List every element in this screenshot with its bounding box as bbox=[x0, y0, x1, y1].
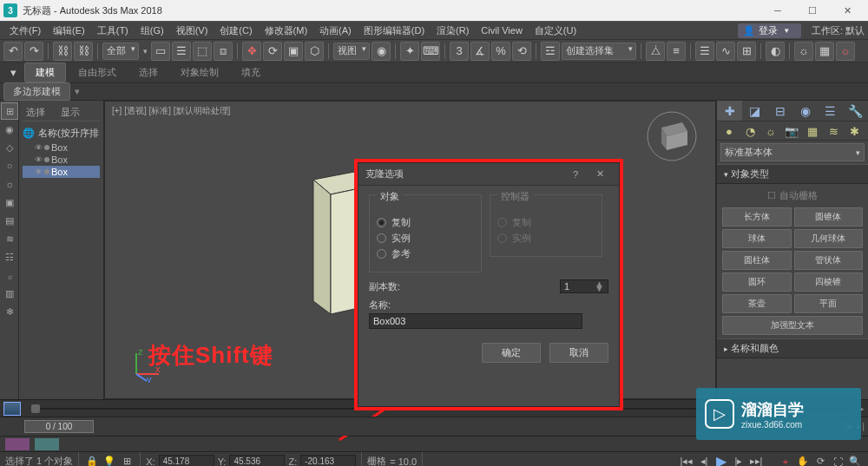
mirror-button[interactable]: ⧊ bbox=[646, 42, 665, 61]
isolate-button[interactable]: 💡 bbox=[102, 454, 117, 467]
prev-frame-button[interactable]: ◂| bbox=[696, 454, 712, 467]
select-object-button[interactable]: ▭ bbox=[151, 42, 170, 61]
dialog-close-button[interactable]: ✕ bbox=[588, 168, 612, 180]
next-frame-button[interactable]: |▸ bbox=[731, 454, 746, 467]
visibility-icon[interactable]: 👁 bbox=[35, 167, 43, 176]
placement-button[interactable]: ⬡ bbox=[305, 42, 324, 61]
scene-item[interactable]: 👁 Box bbox=[23, 154, 100, 166]
absolute-mode-button[interactable]: ⊞ bbox=[119, 454, 135, 467]
auto-grid-checkbox[interactable]: ☐ 自动栅格 bbox=[722, 187, 863, 207]
key-marker[interactable] bbox=[5, 438, 30, 450]
close-button[interactable]: ✕ bbox=[830, 0, 865, 21]
rollout-name-and-color[interactable]: 名称和颜色 bbox=[717, 338, 868, 358]
menu-tools[interactable]: 工具(T) bbox=[91, 23, 135, 39]
workspace-selector[interactable]: 工作区: 默认 bbox=[812, 24, 865, 37]
cancel-button[interactable]: 取消 bbox=[549, 343, 608, 363]
scale-button[interactable]: ▣ bbox=[284, 42, 303, 61]
viewport-label[interactable]: [+] [透视] [标准] [默认明暗处理] bbox=[112, 105, 230, 117]
menu-group[interactable]: 组(G) bbox=[135, 23, 170, 39]
ribbon-toggle-button[interactable]: ▾ bbox=[3, 63, 23, 82]
keyboard-shortcut-button[interactable]: ⌨ bbox=[421, 42, 440, 61]
maximize-button[interactable]: ☐ bbox=[795, 0, 830, 21]
freeze-icon[interactable] bbox=[44, 157, 49, 162]
menu-render[interactable]: 渲染(R) bbox=[431, 23, 475, 39]
menu-modifiers[interactable]: 修改器(M) bbox=[259, 23, 314, 39]
minimize-button[interactable]: ─ bbox=[760, 0, 795, 21]
tab-display[interactable]: ☰ bbox=[818, 101, 843, 121]
login-button[interactable]: 👤登录▾ bbox=[738, 23, 801, 38]
systems-icon[interactable]: ✱ bbox=[845, 123, 863, 139]
freeze-icon[interactable] bbox=[44, 145, 49, 150]
primitive-plane[interactable]: 平面 bbox=[794, 294, 864, 313]
select-by-name-button[interactable]: ☰ bbox=[172, 42, 191, 61]
select-region-button[interactable]: ⬚ bbox=[193, 42, 212, 61]
radio-copy[interactable]: 复制 bbox=[377, 216, 474, 229]
key-marker[interactable] bbox=[35, 438, 59, 450]
freeze-icon[interactable] bbox=[44, 169, 49, 174]
tab-modify[interactable]: ◪ bbox=[742, 101, 767, 121]
tab-motion[interactable]: ◉ bbox=[792, 101, 818, 121]
spinner-snap-button[interactable]: ⟲ bbox=[512, 42, 531, 61]
scene-item-selected[interactable]: 👁 Box bbox=[23, 166, 100, 178]
primitive-cylinder[interactable]: 圆柱体 bbox=[722, 251, 792, 270]
scene-item[interactable]: 👁 Box bbox=[23, 141, 100, 154]
play-button[interactable]: ▶ bbox=[713, 454, 729, 467]
lights-icon[interactable]: ☼ bbox=[762, 123, 779, 139]
render-frame-button[interactable]: ▦ bbox=[815, 42, 834, 61]
primitive-sphere[interactable]: 球体 bbox=[722, 229, 792, 248]
scene-tab-select[interactable]: 选择 bbox=[26, 106, 45, 119]
pan-button[interactable]: ✋ bbox=[795, 454, 811, 467]
named-selection-select[interactable]: 创建选择集 bbox=[562, 43, 636, 60]
coord-y-input[interactable]: 45.536 bbox=[229, 455, 285, 466]
viewport-perspective[interactable]: [+] [透视] [标准] [默认明暗处理] z x y 按住Shift键 bbox=[104, 101, 716, 399]
helpers-filter-icon[interactable]: ▤ bbox=[1, 212, 18, 229]
dialog-titlebar[interactable]: 克隆选项 ? ✕ bbox=[358, 163, 619, 186]
edit-sel-set-button[interactable]: ☲ bbox=[541, 42, 560, 61]
layer-explorer-button[interactable]: ☰ bbox=[695, 42, 714, 61]
snap-toggle-button[interactable]: 3 bbox=[450, 42, 469, 61]
spacewarps-icon[interactable]: ≋ bbox=[825, 123, 842, 139]
zoom-extents-button[interactable]: ⛶ bbox=[830, 454, 845, 467]
geometry-filter-icon[interactable]: ◇ bbox=[1, 139, 18, 156]
subtab-poly-modeling[interactable]: 多边形建模 bbox=[3, 82, 70, 101]
tab-create[interactable]: ✚ bbox=[717, 101, 742, 121]
goto-start-button[interactable]: |◂◂ bbox=[679, 454, 694, 467]
primitive-box[interactable]: 长方体 bbox=[722, 207, 792, 226]
undo-button[interactable]: ↶ bbox=[3, 42, 23, 61]
goto-end-button[interactable]: ▸▸| bbox=[748, 454, 764, 467]
groups-filter-icon[interactable]: ☷ bbox=[1, 248, 18, 266]
primitive-textplus[interactable]: 加强型文本 bbox=[722, 316, 863, 335]
reference-coord-select[interactable]: 视图 bbox=[333, 43, 370, 60]
menu-graph-editors[interactable]: 图形编辑器(D) bbox=[358, 23, 431, 39]
move-button[interactable]: ✥ bbox=[242, 42, 261, 61]
material-editor-button[interactable]: ◐ bbox=[766, 42, 785, 61]
subtab-expand-icon[interactable]: ▾ bbox=[70, 86, 84, 97]
render-setup-button[interactable]: ☼ bbox=[794, 42, 813, 61]
align-button[interactable]: ≡ bbox=[667, 42, 686, 61]
menu-edit[interactable]: 编辑(E) bbox=[47, 23, 91, 39]
primitive-geosphere[interactable]: 几何球体 bbox=[794, 229, 864, 248]
set-key-button[interactable]: + bbox=[778, 454, 793, 467]
cameras-filter-icon[interactable]: ▣ bbox=[1, 194, 18, 211]
visibility-icon[interactable]: 👁 bbox=[35, 155, 43, 164]
name-input[interactable]: Box003 bbox=[369, 313, 582, 329]
use-center-button[interactable]: ◉ bbox=[372, 42, 391, 61]
tab-freeform[interactable]: 自由形式 bbox=[68, 63, 127, 82]
zoom-button[interactable]: 🔍 bbox=[847, 454, 863, 467]
tab-selection[interactable]: 选择 bbox=[128, 63, 168, 82]
primitive-cone[interactable]: 圆锥体 bbox=[794, 207, 864, 226]
scene-tab-display[interactable]: 显示 bbox=[61, 106, 80, 119]
time-scrubber[interactable]: 0 / 100 bbox=[24, 420, 94, 433]
viewcube[interactable] bbox=[646, 110, 698, 162]
menu-file[interactable]: 文件(F) bbox=[3, 23, 47, 39]
redo-button[interactable]: ↷ bbox=[24, 42, 43, 61]
shapes-icon[interactable]: ◔ bbox=[741, 123, 759, 139]
menu-animation[interactable]: 动画(A) bbox=[313, 23, 358, 39]
geometry-icon[interactable]: ● bbox=[720, 123, 738, 139]
window-crossing-button[interactable]: ⧈ bbox=[214, 42, 233, 61]
menu-civil-view[interactable]: Civil View bbox=[475, 23, 528, 37]
tab-modeling[interactable]: 建模 bbox=[24, 62, 66, 82]
visibility-icon[interactable]: 👁 bbox=[35, 143, 43, 152]
tab-populate[interactable]: 填充 bbox=[231, 63, 271, 82]
radio-reference[interactable]: 参考 bbox=[377, 247, 474, 260]
